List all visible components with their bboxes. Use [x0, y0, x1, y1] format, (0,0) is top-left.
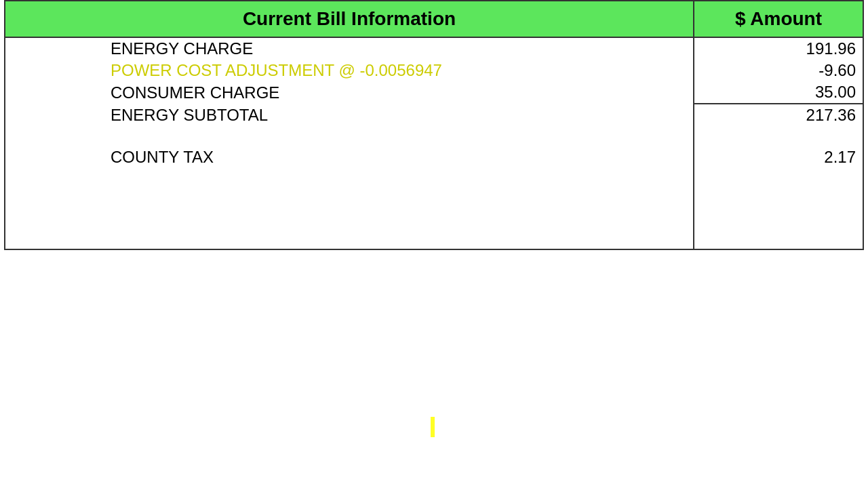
header-row: Current Bill Information $ Amount — [5, 1, 863, 37]
consumer-charge-amount: 35.00 — [694, 81, 863, 104]
cursor-indicator — [431, 417, 435, 437]
power-cost-amount: -9.60 — [694, 60, 863, 81]
table-row: POWER COST ADJUSTMENT @ -0.0056947 -9.60 — [5, 60, 863, 81]
power-cost-label: POWER COST ADJUSTMENT @ -0.0056947 — [5, 60, 694, 81]
table-body: ENERGY CHARGE 191.96 POWER COST ADJUSTME… — [5, 37, 863, 249]
table-row: CONSUMER CHARGE 35.00 — [5, 81, 863, 104]
county-tax-label: COUNTY TAX — [5, 146, 694, 168]
energy-subtotal-label: ENERGY SUBTOTAL — [5, 104, 694, 126]
table-row: ENERGY SUBTOTAL 217.36 — [5, 104, 863, 126]
energy-charge-amount: 191.96 — [694, 37, 863, 60]
spacer-row — [5, 126, 863, 146]
page-wrapper: Current Bill Information $ Amount ENERGY… — [0, 0, 868, 488]
bill-table: Current Bill Information $ Amount ENERGY… — [4, 0, 864, 250]
energy-charge-label: ENERGY CHARGE — [5, 37, 694, 60]
table-header-title: Current Bill Information — [5, 1, 694, 37]
energy-subtotal-amount: 217.36 — [694, 104, 863, 126]
table-row: ENERGY CHARGE 191.96 — [5, 37, 863, 60]
table-header-amount: $ Amount — [694, 1, 863, 37]
table-row: COUNTY TAX 2.17 — [5, 146, 863, 168]
consumer-charge-label: CONSUMER CHARGE — [5, 81, 694, 104]
county-tax-amount: 2.17 — [694, 146, 863, 168]
bottom-spacer-row — [5, 168, 863, 249]
